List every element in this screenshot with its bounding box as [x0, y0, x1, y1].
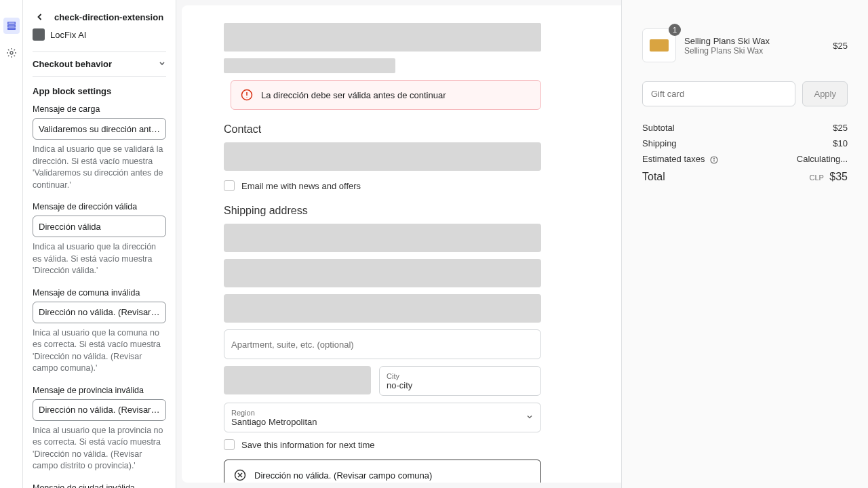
svg-point-7: [714, 158, 715, 159]
alert-icon: [241, 89, 253, 101]
checkout-preview: La dirección debe ser válida antes de co…: [182, 5, 621, 483]
settings-fields: Mensaje de cargaIndica al usuario que se…: [33, 104, 166, 488]
region-select[interactable]: Region Santiago Metropolitan: [224, 403, 541, 432]
save-info-label: Save this information for next time: [241, 440, 375, 450]
gift-card-input[interactable]: [642, 81, 795, 106]
currency-code: CLP: [809, 174, 823, 182]
skeleton-block: [224, 23, 541, 52]
settings-field-help: Inica al usuario que la comuna no es cor…: [33, 327, 166, 375]
svg-rect-1: [7, 25, 15, 27]
settings-field-label: Mensaje de comuna inválida: [33, 288, 166, 298]
subtotal-label: Subtotal: [642, 123, 675, 133]
validation-message: Dirección no válida. (Revisar campo comu…: [254, 470, 432, 481]
order-summary: 1 Selling Plans Ski Wax Selling Plans Sk…: [621, 0, 868, 488]
item-name: Selling Plans Ski Wax: [684, 36, 825, 46]
skeleton-input: [224, 259, 541, 287]
skeleton-input: [224, 366, 371, 394]
apply-button[interactable]: Apply: [802, 81, 848, 106]
settings-field-input[interactable]: [33, 399, 166, 421]
shipping-label: Shipping: [642, 138, 677, 148]
qty-badge: 1: [669, 24, 681, 36]
city-input[interactable]: City no-city: [379, 366, 541, 396]
chevron-down-icon: [526, 413, 534, 423]
skeleton-input: [224, 142, 541, 171]
settings-field-input[interactable]: [33, 216, 166, 237]
cart-item: 1 Selling Plans Ski Wax Selling Plans Sk…: [642, 28, 848, 62]
taxes-label: Estimated taxes: [642, 154, 705, 164]
total-value: $35: [829, 171, 848, 182]
chevron-down-icon: [158, 59, 166, 69]
app-logo-icon: [33, 28, 45, 41]
taxes-value: Calculating...: [797, 154, 848, 164]
total-label: Total: [642, 171, 665, 183]
error-message: La dirección debe ser válida antes de co…: [261, 90, 446, 100]
app-block-settings-title: App block settings: [33, 86, 166, 96]
sections-icon[interactable]: [3, 18, 20, 34]
item-price: $25: [833, 41, 848, 51]
close-circle-icon: [234, 469, 246, 481]
svg-rect-2: [7, 28, 15, 30]
back-button[interactable]: [33, 9, 47, 24]
settings-field-help: Indica al usuario que la dirección es vá…: [33, 241, 166, 277]
settings-field-help: Indica al usuario que se validará la dir…: [33, 144, 166, 191]
left-rail: [0, 0, 23, 488]
item-variant: Selling Plans Ski Wax: [684, 46, 825, 56]
sidebar[interactable]: check-direction-extension LocFix AI Chec…: [23, 0, 176, 488]
settings-field-label: Mensaje de dirección válida: [33, 202, 166, 211]
settings-field-input[interactable]: [33, 118, 166, 140]
shipping-heading: Shipping address: [224, 205, 541, 217]
settings-field-label: Mensaje de ciudad inválida: [33, 483, 166, 489]
email-news-checkbox[interactable]: [224, 180, 235, 191]
shipping-value: $10: [833, 138, 848, 148]
svg-rect-0: [7, 22, 15, 24]
settings-field-label: Mensaje de provincia inválida: [33, 386, 166, 395]
extension-title: check-direction-extension: [54, 12, 163, 22]
settings-field-input[interactable]: [33, 302, 166, 323]
info-icon[interactable]: [710, 156, 718, 164]
city-value: no-city: [387, 380, 534, 390]
skeleton-input: [224, 294, 541, 323]
checkout-behavior-collapsible[interactable]: Checkout behavior: [33, 52, 166, 77]
validation-box: Dirección no válida. (Revisar campo comu…: [224, 460, 541, 483]
settings-field-label: Mensaje de carga: [33, 104, 166, 114]
skeleton-input: [224, 224, 541, 252]
email-news-label: Email me with news and offers: [241, 181, 361, 191]
skeleton-block: [224, 58, 395, 73]
apartment-input[interactable]: Apartment, suite, etc. (optional): [224, 329, 541, 359]
app-name: LocFix AI: [50, 30, 86, 40]
gear-icon[interactable]: [5, 46, 18, 60]
region-value: Santiago Metropolitan: [231, 417, 534, 427]
contact-heading: Contact: [224, 123, 541, 136]
subtotal-value: $25: [833, 123, 848, 133]
settings-field-help: Inica al usuario que la provincia no es …: [33, 425, 166, 472]
save-info-checkbox[interactable]: [224, 439, 235, 450]
app-identifier[interactable]: LocFix AI: [33, 28, 166, 41]
svg-point-3: [10, 52, 13, 54]
error-banner: La dirección debe ser válida antes de co…: [231, 80, 541, 110]
